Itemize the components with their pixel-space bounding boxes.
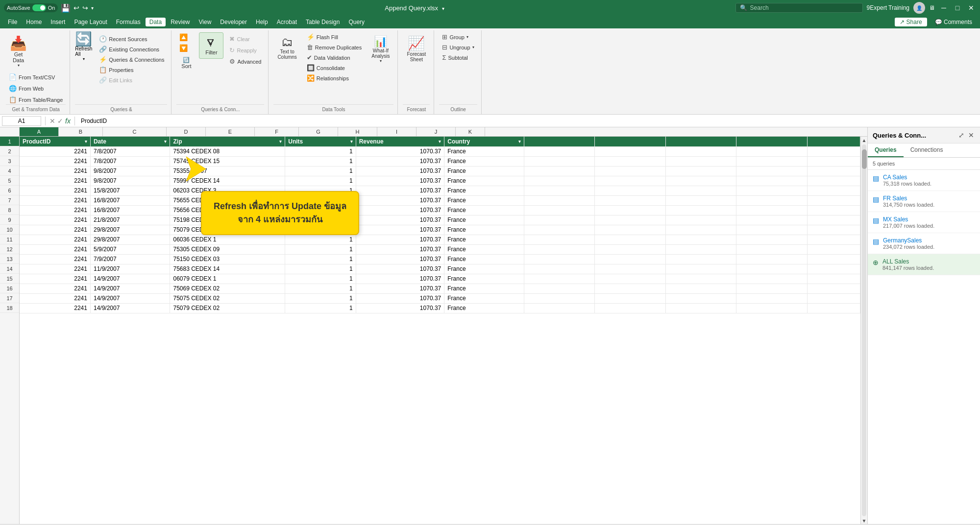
group-button[interactable]: ⊞ Group ▾ <box>439 32 477 42</box>
title-dropdown-icon[interactable]: ▾ <box>442 6 444 11</box>
properties-button[interactable]: 📋 Properties <box>96 65 167 74</box>
from-text-button[interactable]: 📄 From Text/CSV <box>6 72 58 82</box>
menu-help[interactable]: Help <box>252 18 272 26</box>
ungroup-dropdown[interactable]: ▾ <box>472 45 474 49</box>
existing-connections-button[interactable]: 🔗 Existing Connections <box>96 45 167 54</box>
sort-za-button[interactable]: 🔽 <box>176 43 196 53</box>
what-if-dropdown[interactable]: ▾ <box>380 59 382 63</box>
undo-icon[interactable]: ↩ <box>74 4 79 12</box>
row-num-3[interactable]: 3 <box>0 156 19 166</box>
user-avatar[interactable]: 👤 <box>913 2 925 14</box>
remove-duplicates-button[interactable]: 🗑 Remove Duplicates <box>304 43 365 52</box>
menu-query[interactable]: Query <box>344 18 368 26</box>
col-header-b[interactable]: B <box>59 127 103 136</box>
filter-country[interactable]: ▾ <box>518 139 521 144</box>
row-num-6[interactable]: 6 <box>0 186 19 195</box>
cell-units[interactable]: 1 <box>285 146 356 156</box>
formula-input[interactable] <box>79 118 978 124</box>
query-item-all-sales[interactable]: ⊕ ALL Sales 841,147 rows loaded. <box>868 254 980 275</box>
get-data-button[interactable]: 📥 GetData ▾ <box>6 32 31 71</box>
comments-button[interactable]: 💬 Comments <box>931 18 976 26</box>
cell-country[interactable]: France <box>444 146 524 156</box>
col-header-j[interactable]: J <box>416 127 456 136</box>
autosave-toggle[interactable]: AutoSave On <box>4 3 58 12</box>
panel-tab-queries[interactable]: Queries <box>868 143 904 157</box>
close-button[interactable]: ✕ <box>966 3 976 13</box>
row-num-13[interactable]: 13 <box>0 254 19 264</box>
row-num-15[interactable]: 15 <box>0 274 19 284</box>
refresh-all-button[interactable]: 🔄 RefreshAll ▾ <box>75 32 92 61</box>
row-num-16[interactable]: 16 <box>0 284 19 293</box>
customize-qat-icon[interactable]: ▾ <box>91 5 94 11</box>
filter-button[interactable]: ⛛ Filter <box>199 32 223 59</box>
vertical-scrollbar[interactable]: ▲ ▼ <box>860 137 867 524</box>
scroll-thumb[interactable] <box>862 149 867 169</box>
panel-tab-connections[interactable]: Connections <box>904 143 950 157</box>
col-header-d[interactable]: D <box>167 127 206 136</box>
queries-connections-button[interactable]: ⚡ Queries & Connections <box>96 55 167 64</box>
sort-button[interactable]: 🔃 Sort <box>176 54 196 72</box>
col-header-h[interactable]: H <box>338 127 377 136</box>
advanced-button[interactable]: ⚙ Advanced <box>226 57 264 66</box>
scroll-down-button[interactable]: ▼ <box>861 517 867 524</box>
panel-close-icon[interactable]: ✕ <box>967 130 975 140</box>
autosave-toggle-switch[interactable] <box>32 4 46 11</box>
save-icon[interactable]: 💾 <box>61 3 71 13</box>
row-num-11[interactable]: 11 <box>0 235 19 244</box>
monitor-icon[interactable]: 🖥 <box>929 4 935 11</box>
share-button[interactable]: ↗ Share <box>895 18 927 26</box>
what-if-button[interactable]: 📊 What-IfAnalysis ▾ <box>368 32 393 66</box>
menu-review[interactable]: Review <box>167 18 194 26</box>
reapply-button[interactable]: ↻ Reapply <box>226 46 264 55</box>
col-header-i[interactable]: I <box>377 127 416 136</box>
cell-g[interactable] <box>524 146 594 156</box>
col-header-e[interactable]: E <box>206 127 255 136</box>
name-box[interactable] <box>2 116 41 126</box>
row-num-7[interactable]: 7 <box>0 195 19 205</box>
ungroup-button[interactable]: ⊟ Ungroup ▾ <box>439 43 477 52</box>
col-header-a[interactable]: A <box>20 127 59 136</box>
text-to-columns-button[interactable]: 🗂 Text toColumns <box>273 32 300 63</box>
menu-acrobat[interactable]: Acrobat <box>273 18 301 26</box>
clear-button[interactable]: ✖ Clear <box>226 34 264 44</box>
filter-units[interactable]: ▾ <box>350 139 353 144</box>
query-item-germany-sales[interactable]: ▤ GermanySales 234,072 rows loaded. <box>868 233 980 254</box>
row-num-17[interactable]: 17 <box>0 293 19 303</box>
cell-productid[interactable]: 2241 <box>20 146 90 156</box>
filter-revenue[interactable]: ▾ <box>439 139 441 144</box>
query-item-mx-sales[interactable]: ▤ MX Sales 217,007 rows loaded. <box>868 212 980 233</box>
row-num-5[interactable]: 5 <box>0 176 19 186</box>
row-num-4[interactable]: 4 <box>0 166 19 176</box>
search-input[interactable] <box>750 4 848 11</box>
panel-resize-icon[interactable]: ⤢ <box>957 130 965 140</box>
menu-view[interactable]: View <box>195 18 216 26</box>
formula-fx-icon[interactable]: fx <box>65 117 71 125</box>
filter-date[interactable]: ▾ <box>164 139 167 144</box>
relationships-button[interactable]: 🔀 Relationships <box>304 73 365 83</box>
scroll-track[interactable] <box>862 144 866 516</box>
row-num-14[interactable]: 14 <box>0 264 19 274</box>
query-item-ca-sales[interactable]: ▤ CA Sales 75,318 rows loaded. <box>868 170 980 191</box>
from-table-button[interactable]: 📋 From Table/Range <box>6 95 66 104</box>
row-num-1[interactable]: 1 <box>0 137 19 146</box>
sort-az-button[interactable]: 🔼 <box>176 32 196 42</box>
col-header-c[interactable]: C <box>103 127 167 136</box>
menu-data[interactable]: Data <box>146 18 166 26</box>
scroll-up-button[interactable]: ▲ <box>861 137 867 143</box>
menu-formulas[interactable]: Formulas <box>112 18 145 26</box>
col-header-f[interactable]: F <box>255 127 299 136</box>
row-num-10[interactable]: 10 <box>0 225 19 235</box>
edit-links-button[interactable]: 🔗 Edit Links <box>96 75 167 85</box>
filter-productid[interactable]: ▾ <box>85 139 87 144</box>
filter-zip[interactable]: ▾ <box>279 139 282 144</box>
cell-revenue[interactable]: 1070.37 <box>356 146 444 156</box>
menu-insert[interactable]: Insert <box>47 18 69 26</box>
from-web-button[interactable]: 🌐 From Web <box>6 84 47 93</box>
menu-developer[interactable]: Developer <box>216 18 251 26</box>
menu-table-design[interactable]: Table Design <box>302 18 343 26</box>
flash-fill-button[interactable]: ⚡ Flash Fill <box>304 32 365 42</box>
row-num-9[interactable]: 9 <box>0 215 19 225</box>
redo-icon[interactable]: ↪ <box>82 4 88 12</box>
formula-confirm-icon[interactable]: ✓ <box>57 117 63 125</box>
row-num-18[interactable]: 18 <box>0 303 19 313</box>
